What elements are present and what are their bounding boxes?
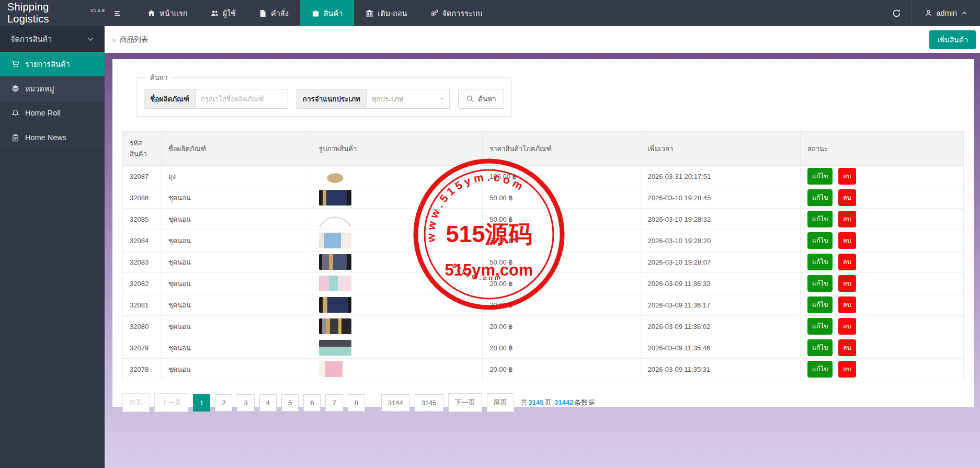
page-number-button[interactable]: 4 (259, 394, 277, 412)
sidebar: จัดการสินค้า รายการสินค้า หมวดหมู่ Home … (0, 26, 105, 468)
page-number-button[interactable]: 7 (325, 394, 343, 412)
page-number-button[interactable]: 1 (193, 394, 210, 412)
product-name-cell: ถุง (161, 166, 312, 187)
nav-item-label: ผู้ใช้ (223, 7, 236, 19)
delete-button[interactable]: ลบ (838, 168, 856, 185)
delete-button[interactable]: ลบ (838, 339, 856, 356)
page-number-button[interactable]: 5 (281, 394, 299, 412)
briefcase-icon (312, 9, 320, 17)
product-thumbnail (319, 211, 351, 227)
delete-button[interactable]: ลบ (838, 232, 856, 249)
page-number-button[interactable]: 6 (303, 394, 321, 412)
delete-button[interactable]: ลบ (838, 254, 856, 270)
product-image-cell (312, 337, 482, 359)
user-menu[interactable]: admin (912, 0, 980, 26)
edit-button[interactable]: แก้ไข (807, 189, 833, 206)
sidebar-group-products[interactable]: จัดการสินค้า (0, 26, 105, 52)
sidebar-item-cart[interactable]: รายการสินค้า (0, 52, 105, 76)
edit-button[interactable]: แก้ไข (807, 275, 833, 292)
product-id-cell: 32083 (123, 252, 162, 273)
nav-item-bank[interactable]: เติม-ถอน (354, 0, 418, 26)
gears-icon (430, 9, 438, 17)
nav-item-gears[interactable]: จัดการระบบ (419, 0, 494, 26)
sidebar-item-bell[interactable]: Home Roll (0, 101, 105, 125)
page-number-button[interactable]: 8 (348, 394, 365, 412)
product-price-cell: 20.00 ฿ (483, 316, 641, 337)
table-row: 32081 ชุดนอน 20.00 ฿ 2026-03-09 11:36:17… (123, 294, 964, 316)
edit-button[interactable]: แก้ไข (807, 296, 833, 313)
product-name-input[interactable] (195, 89, 288, 109)
page-prev-button: 上一页 (154, 393, 188, 412)
page-number-button[interactable]: 3145 (415, 394, 443, 412)
category-label: การจำแนกประเภท (297, 89, 366, 109)
table-header-row: รหัสสินค้าชื่อผลิตภัณฑ์รูปภาพสินค้าราคาส… (123, 132, 964, 166)
product-id-cell: 32084 (123, 230, 162, 252)
product-name-cell: ชุดนอน (161, 209, 312, 230)
product-time-cell: 2026-03-10 19:28:07 (641, 252, 801, 273)
category-selected-value: ทุกประเภท (372, 94, 403, 105)
product-thumbnail (319, 233, 351, 248)
table-row: 32087 ถุง 100.00 ฿ 2026-03-31 20:17:51 แ… (123, 166, 964, 187)
page-number-button[interactable]: 2 (215, 394, 232, 412)
product-id-cell: 32082 (123, 273, 162, 294)
product-id-cell: 32078 (123, 359, 162, 380)
nav-item-users[interactable]: ผู้ใช้ (199, 0, 247, 26)
product-name-cell: ชุดนอน (161, 359, 312, 380)
breadcrumb-symbol: » (112, 35, 116, 44)
product-status-cell: แก้ไข ลบ (801, 273, 964, 294)
user-name: admin (937, 9, 958, 17)
product-price-cell: 20.00 ฿ (483, 294, 641, 316)
nav-item-label: สินค้า (324, 7, 343, 19)
delete-button[interactable]: ลบ (838, 296, 856, 313)
table-row: 32080 ชุดนอน 20.00 ฿ 2026-03-09 11:36:02… (123, 316, 964, 337)
refresh-button[interactable] (882, 0, 912, 26)
product-time-cell: 2026-03-10 19:28:20 (641, 230, 801, 252)
delete-button[interactable]: ลบ (838, 211, 856, 227)
bell-icon (12, 109, 19, 117)
product-thumbnail (319, 276, 351, 291)
product-status-cell: แก้ไข ลบ (801, 316, 964, 337)
product-id-cell: 32086 (123, 187, 162, 209)
edit-button[interactable]: แก้ไข (807, 232, 833, 249)
menu-icon (113, 9, 121, 17)
edit-button[interactable]: แก้ไข (807, 168, 833, 185)
nav-item-briefcase[interactable]: สินค้า (300, 0, 355, 26)
search-button[interactable]: ค้นหา (458, 89, 504, 109)
product-name-cell: ชุดนอน (161, 337, 312, 359)
page-number-button[interactable]: 3144 (381, 394, 410, 412)
sidebar-toggle[interactable] (105, 0, 130, 26)
delete-button[interactable]: ลบ (838, 275, 856, 292)
add-product-button[interactable]: เพิ่มสินค้า (929, 30, 976, 49)
page-last-button[interactable]: 尾页 (487, 393, 514, 412)
page-next-button[interactable]: 下一页 (448, 393, 482, 412)
category-select[interactable]: ทุกประเภท (366, 89, 450, 109)
edit-button[interactable]: แก้ไข (807, 339, 833, 356)
cart-icon (12, 60, 19, 68)
product-price-cell: 100.00 ฿ (483, 166, 641, 187)
delete-button[interactable]: ลบ (838, 318, 856, 335)
nav-item-label: เติม-ถอน (378, 7, 407, 19)
delete-button[interactable]: ลบ (838, 361, 856, 378)
table-row: 32082 ชุดนอน 20.00 ฿ 2026-03-09 11:36:32… (123, 273, 964, 294)
edit-button[interactable]: แก้ไข (807, 254, 833, 270)
product-image-cell (312, 209, 482, 230)
product-time-cell: 2026-03-09 11:35:31 (641, 359, 801, 380)
search-icon (466, 95, 474, 103)
product-thumbnail (319, 254, 351, 270)
product-thumbnail (319, 168, 351, 184)
edit-button[interactable]: แก้ไข (807, 361, 833, 378)
nav-item-file[interactable]: คำสั่ง (247, 0, 300, 26)
nav-item-home[interactable]: หน้าแรก (136, 0, 199, 26)
product-time-cell: 2026-03-09 11:36:02 (641, 316, 801, 337)
nav-item-label: คำสั่ง (271, 7, 289, 19)
delete-button[interactable]: ลบ (838, 189, 856, 206)
sidebar-item-clipboard[interactable]: Home News (0, 125, 105, 150)
edit-button[interactable]: แก้ไข (807, 318, 833, 335)
page-number-button[interactable]: 3 (237, 394, 254, 412)
product-name-group: ชื่อผลิตภัณฑ์ (144, 89, 288, 109)
product-price-cell: 50.00 ฿ (483, 187, 641, 209)
product-status-cell: แก้ไข ลบ (801, 359, 964, 380)
edit-button[interactable]: แก้ไข (807, 211, 833, 227)
sidebar-item-layers[interactable]: หมวดหมู่ (0, 76, 105, 101)
product-status-cell: แก้ไข ลบ (801, 209, 964, 230)
